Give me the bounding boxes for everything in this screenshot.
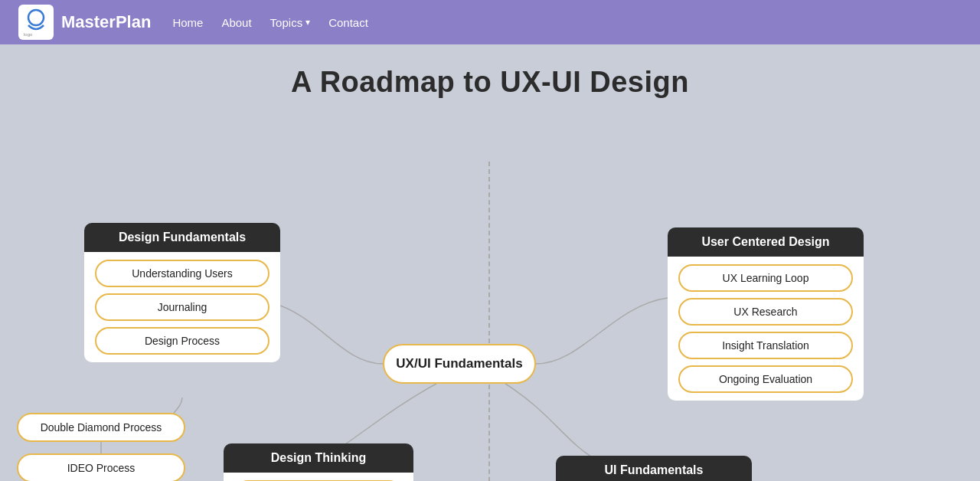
dt-body: Empathize Define Ideate	[224, 473, 413, 481]
ucd-item-0[interactable]: UX Learning Loop	[678, 264, 853, 292]
center-divider	[488, 162, 490, 481]
df-item-0[interactable]: Understanding Users	[95, 260, 270, 287]
nav-topics[interactable]: Topics	[270, 16, 311, 29]
design-fundamentals-box: Design Fundamentals Understanding Users …	[84, 223, 280, 362]
ucd-item-3[interactable]: Ongoing Evaluation	[678, 365, 853, 393]
nav-links: Home About Topics Contact	[172, 16, 368, 29]
brand-name: MasterPlan	[61, 12, 151, 32]
ideo-process-item[interactable]: IDEO Process	[17, 453, 185, 481]
nav-contact[interactable]: Contact	[328, 16, 368, 29]
ui-fundamentals-box: UI Fundamentals Visual Design Principles…	[556, 456, 752, 481]
ucd-item-1[interactable]: UX Research	[678, 298, 853, 326]
page-title: A Roadmap to UX-UI Design	[0, 44, 980, 106]
ucd-body: UX Learning Loop UX Research Insight Tra…	[668, 257, 864, 401]
main-content: A Roadmap to UX-UI Design UX/UI Fundamen…	[0, 44, 980, 481]
nav-about[interactable]: About	[221, 16, 251, 29]
svg-text:logo: logo	[24, 32, 33, 37]
nav-home[interactable]: Home	[172, 16, 203, 29]
nav-logo: logo MasterPlan	[18, 5, 151, 40]
design-thinking-box: Design Thinking Empathize Define Ideate	[224, 443, 413, 481]
design-fundamentals-header: Design Fundamentals	[84, 223, 280, 252]
ucd-header: User Centered Design	[668, 227, 864, 257]
ui-header: UI Fundamentals	[556, 456, 752, 481]
svg-point-0	[28, 10, 44, 25]
navbar: logo MasterPlan Home About Topics Contac…	[0, 0, 980, 44]
ucd-item-2[interactable]: Insight Translation	[678, 332, 853, 359]
center-node[interactable]: UX/UI Fundamentals	[383, 344, 536, 384]
logo-icon: logo	[18, 5, 54, 40]
user-centered-design-box: User Centered Design UX Learning Loop UX…	[668, 227, 864, 401]
design-fundamentals-body: Understanding Users Journaling Design Pr…	[84, 252, 280, 362]
double-diamond-item[interactable]: Double Diamond Process	[17, 413, 185, 442]
mindmap: UX/UI Fundamentals Design Fundamentals U…	[0, 106, 980, 481]
dt-header: Design Thinking	[224, 443, 413, 473]
df-item-2[interactable]: Design Process	[95, 327, 270, 355]
df-item-1[interactable]: Journaling	[95, 293, 270, 321]
